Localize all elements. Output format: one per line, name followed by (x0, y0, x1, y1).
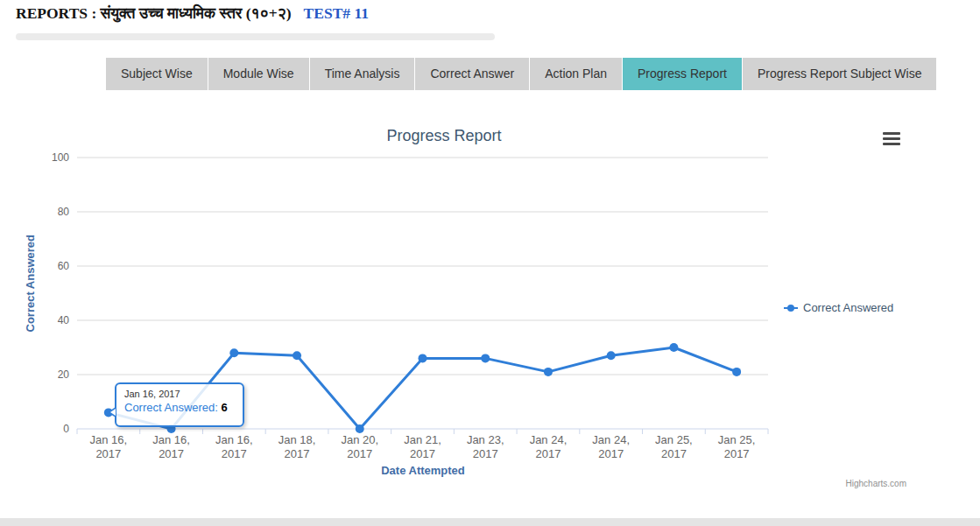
data-point-3[interactable] (293, 351, 301, 360)
legend-line-dot-icon (784, 304, 798, 312)
x-axis-tick-label: Jan 25, (718, 433, 756, 446)
y-axis-tick-label: 100 (52, 151, 69, 164)
y-axis-title: Correct Answered (24, 235, 37, 333)
x-axis-tick-label: 2017 (285, 447, 310, 460)
y-axis-tick-label: 80 (58, 206, 70, 218)
tooltip-series-label: Correct Answered: (124, 401, 222, 414)
x-axis-tick-label: 2017 (661, 447, 687, 460)
highcharts-credit-link[interactable]: Highcharts.com (819, 479, 906, 488)
x-axis-tick-label: Jan 16, (215, 433, 253, 446)
tooltip-date: Jan 16, 2017 (124, 389, 235, 399)
y-axis-tick-label: 40 (58, 314, 70, 326)
x-axis-tick-label: 2017 (724, 447, 750, 460)
x-axis-title: Date Attempted (335, 464, 511, 477)
data-point-2[interactable] (229, 348, 238, 357)
x-axis-tick-label: Jan 23, (467, 433, 504, 446)
legend-label: Correct Answered (803, 301, 893, 314)
data-point-4[interactable] (356, 424, 364, 433)
data-point-7[interactable] (544, 368, 553, 376)
x-axis-tick-label: Jan 18, (278, 433, 316, 446)
y-axis-tick-label: 60 (58, 260, 70, 272)
x-axis-tick-label: 2017 (535, 447, 561, 460)
x-axis-tick-label: 2017 (347, 447, 372, 460)
tooltip-value: 6 (222, 401, 228, 414)
data-point-9[interactable] (669, 343, 678, 352)
progress-report-chart: 020406080100Jan 16,2017Jan 16,2017Jan 16… (0, 0, 980, 526)
x-axis-tick-label: 2017 (410, 447, 435, 460)
x-axis-tick-label: Jan 16, (90, 433, 128, 446)
chart-tooltip: Jan 16, 2017 Correct Answered: 6 (115, 382, 244, 427)
tooltip-callout-arrow (108, 407, 116, 417)
data-point-5[interactable] (419, 354, 427, 362)
x-axis-tick-label: 2017 (473, 447, 498, 460)
x-axis-tick-label: Jan 16, (152, 433, 190, 446)
x-axis-tick-label: 2017 (222, 447, 247, 460)
tooltip-series-row: Correct Answered: 6 (124, 401, 235, 414)
x-axis-tick-label: Jan 20, (341, 433, 378, 446)
x-axis-tick-label: 2017 (95, 447, 121, 460)
data-point-10[interactable] (732, 368, 741, 376)
x-axis-tick-label: 2017 (598, 447, 624, 460)
x-axis-tick-label: 2017 (159, 447, 184, 460)
y-axis-tick-label: 20 (58, 368, 70, 381)
data-point-8[interactable] (607, 351, 616, 360)
x-axis-tick-label: Jan 24, (592, 433, 630, 446)
y-axis-tick-label: 0 (63, 423, 69, 435)
x-axis-tick-label: Jan 24, (530, 433, 568, 446)
page: REPORTS : संयुक्त उच्च माध्यमिक स्तर (१०… (0, 0, 980, 526)
data-point-6[interactable] (481, 354, 490, 362)
legend-item-correct-answered[interactable]: Correct Answered (784, 301, 893, 314)
x-axis-tick-label: Jan 25, (655, 433, 693, 446)
x-axis-tick-label: Jan 21, (404, 433, 441, 446)
